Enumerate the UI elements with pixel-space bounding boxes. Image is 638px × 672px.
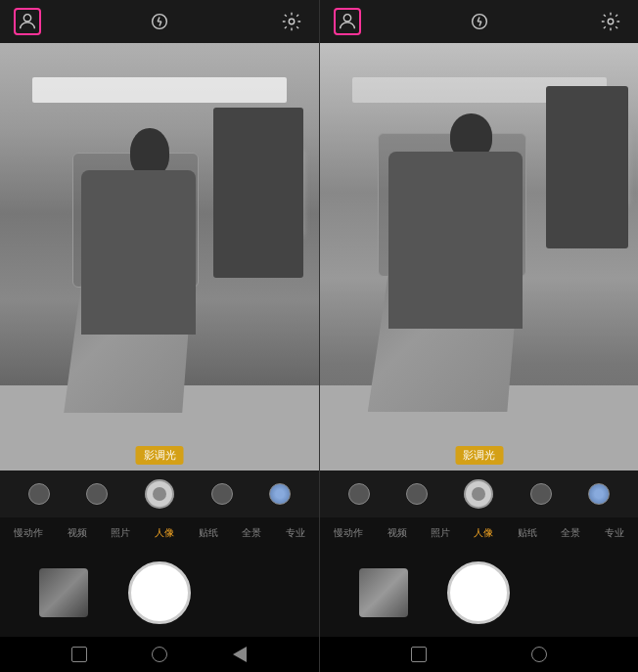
right-panel: 影调光 慢动作 视频 照片 人像 贴纸 全景 专业 — [319, 0, 638, 672]
viewfinder-right: 影调光 — [320, 43, 638, 470]
mode-tab-portrait-right[interactable]: 人像 — [472, 524, 495, 542]
right-placeholder-right — [550, 568, 599, 617]
top-bar-left — [0, 0, 319, 43]
filter-dot-5-left[interactable] — [269, 483, 291, 505]
filter-dot-center-left[interactable] — [145, 479, 174, 509]
thumbnail-left[interactable] — [39, 568, 88, 617]
square-button-right[interactable] — [409, 645, 429, 664]
filter-dot-2-left[interactable] — [86, 483, 108, 505]
square-button-left[interactable] — [69, 645, 89, 664]
left-panel: 影调光 慢动作 视频 照片 人像 贴纸 全景 专业 — [0, 0, 319, 672]
flash-icon-right[interactable] — [466, 8, 493, 35]
mode-tab-photo-right[interactable]: 照片 — [429, 524, 452, 542]
mode-tab-video-right[interactable]: 视频 — [386, 524, 409, 542]
filter-dot-4-left[interactable] — [211, 483, 233, 505]
home-button-right[interactable] — [529, 645, 549, 664]
filter-dot-1-right[interactable] — [348, 483, 370, 505]
filter-dot-4-right[interactable] — [530, 483, 552, 505]
bottom-bar-right — [320, 549, 638, 637]
mode-tab-slow-right[interactable]: 慢动作 — [332, 524, 365, 542]
person-icon-left[interactable] — [14, 8, 41, 35]
person-icon-right[interactable] — [334, 8, 361, 35]
film-badge-left: 影调光 — [136, 446, 184, 465]
flash-icon-left[interactable] — [146, 8, 173, 35]
settings-icon-right[interactable] — [597, 8, 624, 35]
mode-tab-pro-right[interactable]: 专业 — [603, 524, 626, 542]
svg-point-5 — [289, 19, 295, 24]
back-button-left[interactable] — [230, 645, 250, 664]
film-badge-right: 影调光 — [455, 446, 503, 465]
bottom-bar-left — [0, 549, 319, 637]
mode-tab-video-left[interactable]: 视频 — [66, 524, 89, 542]
home-button-left[interactable] — [150, 645, 169, 664]
mode-tab-sticker-left[interactable]: 贴纸 — [197, 524, 220, 542]
mode-tabs-right: 慢动作 视频 照片 人像 贴纸 全景 专业 — [320, 517, 638, 549]
mode-tab-panorama-right[interactable]: 全景 — [559, 524, 582, 542]
filter-dot-1-left[interactable] — [28, 483, 50, 505]
system-buttons-right — [320, 637, 638, 672]
svg-point-0 — [23, 15, 30, 22]
filter-dot-2-right[interactable] — [406, 483, 428, 505]
mode-tab-slow-left[interactable]: 慢动作 — [12, 524, 45, 542]
shutter-right[interactable] — [447, 561, 510, 624]
svg-point-6 — [343, 15, 350, 22]
top-bar-right — [320, 0, 638, 43]
mode-tab-photo-left[interactable]: 照片 — [109, 524, 132, 542]
settings-icon-left[interactable] — [278, 8, 305, 35]
mode-tab-pro-left[interactable]: 专业 — [284, 524, 307, 542]
system-buttons-left — [0, 637, 319, 672]
mode-tab-portrait-left[interactable]: 人像 — [153, 524, 176, 542]
right-placeholder-left — [231, 568, 280, 617]
mode-tabs-left: 慢动作 视频 照片 人像 贴纸 全景 专业 — [0, 517, 319, 549]
svg-point-11 — [608, 19, 614, 24]
mode-tab-sticker-right[interactable]: 贴纸 — [516, 524, 539, 542]
viewfinder-left: 影调光 — [0, 43, 319, 470]
thumbnail-right[interactable] — [359, 568, 408, 617]
filter-row-right — [320, 470, 638, 517]
shutter-left[interactable] — [128, 561, 191, 624]
filter-dot-5-right[interactable] — [588, 483, 610, 505]
mode-tab-panorama-left[interactable]: 全景 — [240, 524, 263, 542]
filter-row-left — [0, 470, 319, 517]
filter-dot-center-right[interactable] — [464, 479, 493, 509]
